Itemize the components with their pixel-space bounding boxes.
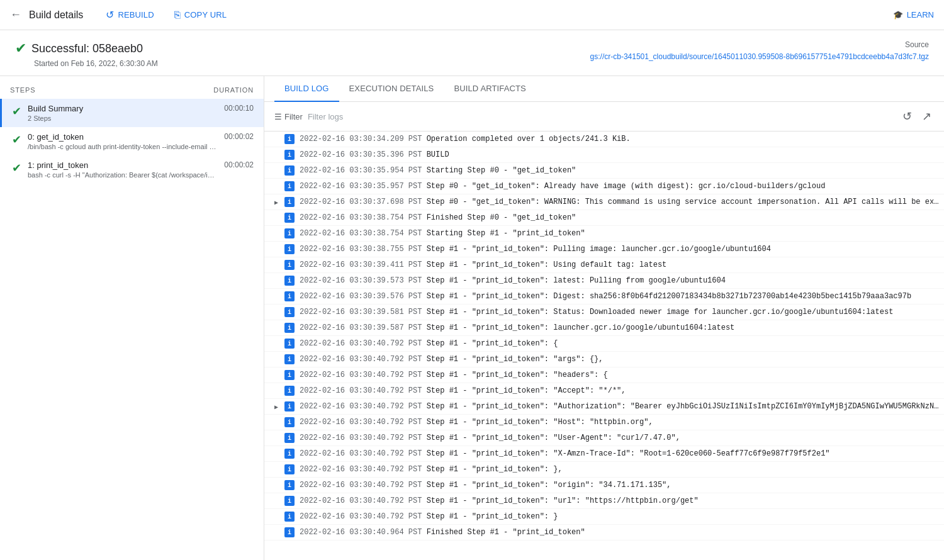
source-url[interactable]: gs://cr-cb-341501_cloudbuild/source/1645…	[590, 52, 929, 61]
step-name: Build Summary	[28, 104, 219, 113]
log-row: i 2022-02-16 03:30:38.755 PST Step #1 - …	[264, 242, 944, 257]
log-timestamp: 2022-02-16 03:30:37.698 PST	[300, 198, 427, 206]
tab-1[interactable]: EXECUTION DETAILS	[339, 76, 444, 102]
log-timestamp: 2022-02-16 03:30:39.411 PST	[300, 260, 427, 269]
back-button[interactable]: ←	[10, 8, 21, 21]
log-timestamp: 2022-02-16 03:30:40.792 PST	[300, 418, 427, 427]
log-timestamp: 2022-02-16 03:30:38.754 PST	[300, 229, 427, 238]
log-text: 2022-02-16 03:30:40.964 PST Finished Ste…	[300, 527, 585, 538]
log-text: 2022-02-16 03:30:40.792 PST Step #1 - "p…	[300, 369, 608, 381]
log-timestamp: 2022-02-16 03:30:40.964 PST	[300, 528, 427, 537]
log-text: 2022-02-16 03:30:38.754 PST Finished Ste…	[300, 212, 576, 223]
log-row: i 2022-02-16 03:30:40.792 PST Step #1 - …	[264, 446, 944, 462]
log-timestamp: 2022-02-16 03:30:35.954 PST	[300, 166, 427, 175]
open-external-button[interactable]: ↗	[919, 107, 934, 126]
log-info-icon: i	[284, 244, 295, 254]
log-toolbar: ☰ Filter Filter logs ↺ ↗	[264, 102, 944, 132]
log-text: 2022-02-16 03:30:40.792 PST Step #1 - "p…	[300, 464, 563, 475]
log-info-icon: i	[284, 496, 295, 506]
log-info-icon: i	[284, 433, 295, 443]
log-row[interactable]: ▶ i 2022-02-16 03:30:40.792 PST Step #1 …	[264, 399, 944, 415]
log-row: i 2022-02-16 03:30:40.792 PST Step #1 - …	[264, 367, 944, 383]
duration-label: Duration	[213, 86, 254, 94]
step-sub: 2 Steps	[28, 115, 216, 122]
log-text: 2022-02-16 03:30:40.792 PST Step #1 - "p…	[300, 417, 653, 428]
top-nav: ← Build details ↺ REBUILD ⎘ COPY URL 🎓 L…	[0, 0, 944, 30]
log-info-icon: i	[284, 370, 295, 380]
filter-label: Filter	[284, 112, 303, 121]
step-duration: 00:00:10	[224, 104, 254, 113]
log-text: 2022-02-16 03:30:39.411 PST Step #1 - "p…	[300, 259, 666, 271]
log-info-icon: i	[284, 417, 295, 427]
learn-label: LEARN	[907, 10, 934, 20]
log-row: i 2022-02-16 03:30:35.396 PST BUILD	[264, 147, 944, 163]
log-timestamp: 2022-02-16 03:30:39.587 PST	[300, 323, 427, 332]
sidebar-item-1[interactable]: ✔ 0: get_id_token /bin/bash -c gcloud au…	[0, 127, 264, 155]
log-row: i 2022-02-16 03:30:40.792 PST Step #1 - …	[264, 383, 944, 399]
log-info-icon: i	[284, 291, 295, 301]
log-text: 2022-02-16 03:30:40.792 PST Step #1 - "p…	[300, 385, 626, 396]
build-source: Source gs://cr-cb-341501_cloudbuild/sour…	[590, 40, 929, 61]
log-row: i 2022-02-16 03:30:38.754 PST Starting S…	[264, 226, 944, 242]
log-text: 2022-02-16 03:30:35.957 PST Step #0 - "g…	[300, 181, 825, 192]
log-info-icon: i	[284, 165, 295, 176]
log-row: i 2022-02-16 03:30:40.792 PST Step #1 - …	[264, 352, 944, 367]
log-info-icon: i	[284, 213, 295, 223]
step-check-icon: ✔	[12, 161, 21, 175]
log-row: i 2022-02-16 03:30:38.754 PST Finished S…	[264, 210, 944, 226]
log-info-icon: i	[284, 449, 295, 459]
log-text: 2022-02-16 03:30:37.698 PST Step #0 - "g…	[300, 196, 939, 208]
page-title: Build details	[29, 9, 83, 21]
log-info-icon: i	[284, 339, 295, 349]
body-layout: Steps Duration ✔ Build Summary 2 Steps 0…	[0, 76, 944, 560]
main-container: ✔ Successful: 058eaeb0 Started on Feb 16…	[0, 30, 944, 560]
log-row: i 2022-02-16 03:30:40.792 PST Step #1 - …	[264, 509, 944, 525]
sidebar-items: ✔ Build Summary 2 Steps 00:00:10 ✔ 0: ge…	[0, 99, 264, 184]
sidebar-item-2[interactable]: ✔ 1: print_id_token bash -c curl -s -H "…	[0, 155, 264, 184]
step-info: 1: print_id_token bash -c curl -s -H "Au…	[28, 160, 219, 179]
log-timestamp: 2022-02-16 03:30:40.792 PST	[300, 402, 427, 411]
log-info-icon: i	[284, 401, 295, 412]
filter-placeholder: Filter logs	[308, 112, 343, 121]
log-text: 2022-02-16 03:30:40.792 PST Step #1 - "p…	[300, 448, 830, 459]
rebuild-icon: ↺	[106, 9, 114, 21]
log-timestamp: 2022-02-16 03:30:40.792 PST	[300, 371, 427, 379]
step-name: 1: print_id_token	[28, 160, 219, 170]
log-text: 2022-02-16 03:30:38.755 PST Step #1 - "p…	[300, 244, 771, 255]
sidebar-item-0[interactable]: ✔ Build Summary 2 Steps 00:00:10	[0, 99, 264, 127]
log-row[interactable]: ▶ i 2022-02-16 03:30:37.698 PST Step #0 …	[264, 194, 944, 210]
log-text: 2022-02-16 03:30:39.587 PST Step #1 - "p…	[300, 322, 734, 333]
log-timestamp: 2022-02-16 03:30:34.209 PST	[300, 135, 427, 143]
refresh-button[interactable]: ↺	[900, 107, 914, 126]
learn-button[interactable]: 🎓 LEARN	[893, 10, 934, 20]
tab-0[interactable]: BUILD LOG	[274, 76, 339, 102]
build-status-text: Successful: 058eaeb0	[31, 42, 143, 55]
log-text: 2022-02-16 03:30:39.573 PST Step #1 - "p…	[300, 275, 726, 286]
copy-url-label: COPY URL	[184, 10, 227, 20]
log-timestamp: 2022-02-16 03:30:35.396 PST	[300, 150, 427, 159]
content-area: BUILD LOGEXECUTION DETAILSBUILD ARTIFACT…	[264, 76, 944, 560]
log-timestamp: 2022-02-16 03:30:40.792 PST	[300, 481, 427, 490]
log-timestamp: 2022-02-16 03:30:39.581 PST	[300, 308, 427, 316]
log-info-icon: i	[284, 197, 295, 207]
log-row: i 2022-02-16 03:30:35.954 PST Starting S…	[264, 163, 944, 179]
sidebar: Steps Duration ✔ Build Summary 2 Steps 0…	[0, 76, 264, 560]
tab-2[interactable]: BUILD ARTIFACTS	[444, 76, 536, 102]
rebuild-button[interactable]: ↺ REBUILD	[98, 5, 161, 25]
log-timestamp: 2022-02-16 03:30:38.754 PST	[300, 213, 427, 222]
log-text: 2022-02-16 03:30:39.576 PST Step #1 - "p…	[300, 291, 911, 302]
log-text: 2022-02-16 03:30:40.792 PST Step #1 - "p…	[300, 495, 699, 507]
log-text: 2022-02-16 03:30:34.209 PST Operation co…	[300, 133, 631, 145]
log-timestamp: 2022-02-16 03:30:40.792 PST	[300, 465, 427, 474]
log-row: i 2022-02-16 03:30:40.792 PST Step #1 - …	[264, 478, 944, 493]
log-text: 2022-02-16 03:30:39.581 PST Step #1 - "p…	[300, 306, 893, 318]
filter-button[interactable]: ☰ Filter	[274, 112, 303, 121]
step-sub: /bin/bash -c gcloud auth print-identity-…	[28, 143, 216, 150]
log-timestamp: 2022-02-16 03:30:39.573 PST	[300, 276, 427, 285]
log-toolbar-actions: ↺ ↗	[900, 107, 934, 126]
step-check-icon: ✔	[12, 104, 21, 118]
log-timestamp: 2022-02-16 03:30:40.792 PST	[300, 449, 427, 458]
copy-url-button[interactable]: ⎘ COPY URL	[167, 6, 234, 25]
step-name: 0: get_id_token	[28, 132, 219, 142]
log-text: 2022-02-16 03:30:40.792 PST Step #1 - "p…	[300, 338, 558, 349]
